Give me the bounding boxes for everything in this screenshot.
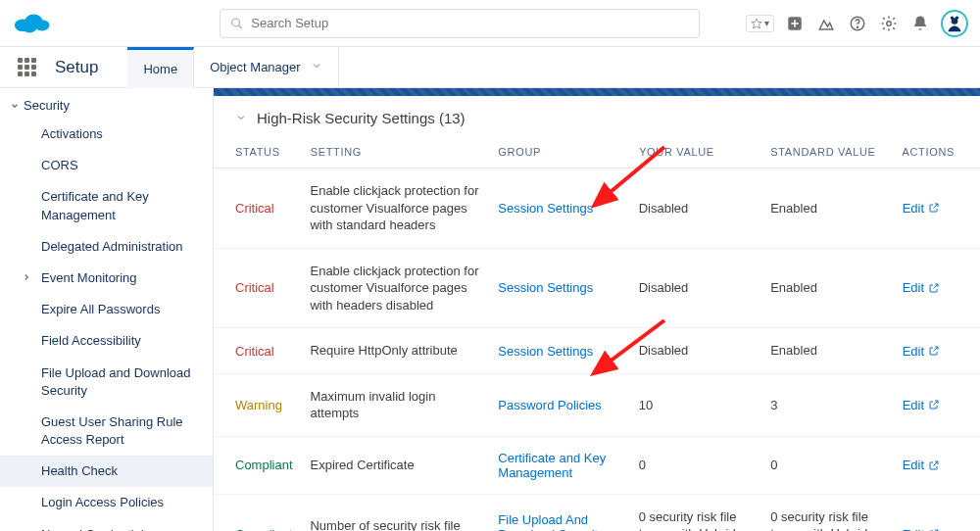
table-row: CriticalEnable clickjack protection for … <box>214 249 980 329</box>
global-search[interactable] <box>220 9 700 38</box>
context-bar: Setup Home Object Manager <box>0 47 980 88</box>
setting-cell: Require HttpOnly attribute <box>310 342 498 360</box>
col-group: GROUP <box>498 146 639 158</box>
setting-cell: Expired Certificate <box>310 457 498 474</box>
sidebar-item[interactable]: Activations <box>0 119 213 150</box>
workspace: Security ActivationsCORSCertificate and … <box>0 88 980 531</box>
status-cell: Critical <box>235 201 310 216</box>
group-link[interactable]: Password Policies <box>498 398 602 412</box>
section-title: High-Risk Security Settings (13) <box>257 110 466 126</box>
col-your: YOUR VALUE <box>639 146 770 158</box>
sidebar-item[interactable]: Event Monitoring <box>0 263 213 294</box>
table-row: CompliantExpired CertificateCertificate … <box>214 437 980 495</box>
svg-point-9 <box>857 26 858 27</box>
sidebar-item[interactable]: Guest User Sharing Rule Access Report <box>0 407 213 456</box>
edit-link[interactable]: Edit <box>903 201 958 216</box>
sidebar-item[interactable]: Field Accessibility <box>0 325 213 357</box>
tree-root-security[interactable]: Security <box>0 92 213 119</box>
chevron-down-icon <box>235 110 247 126</box>
svg-point-4 <box>232 18 240 25</box>
edit-link[interactable]: Edit <box>903 344 958 359</box>
section-header[interactable]: High-Risk Security Settings (13) <box>214 96 980 136</box>
group-link[interactable]: Session Settings <box>498 201 593 216</box>
group-link[interactable]: Certificate and Key Management <box>498 451 606 480</box>
sidebar-item-label: Health Check <box>41 462 118 480</box>
sidebar-item-label: Event Monitoring <box>41 269 137 287</box>
col-actions: ACTIONS <box>903 146 959 158</box>
svg-point-2 <box>34 20 49 30</box>
sidebar-item-label: File Upload and Download Security <box>41 364 205 400</box>
trailhead-icon[interactable] <box>815 13 837 34</box>
chevron-down-icon <box>8 101 22 111</box>
setting-cell: Number of security risk file types with … <box>310 517 498 531</box>
status-cell: Warning <box>235 398 310 412</box>
tree-root-label: Security <box>24 98 70 113</box>
setting-cell: Enable clickjack protection for customer… <box>310 263 498 314</box>
sidebar-item[interactable]: File Upload and Download Security <box>0 358 213 407</box>
group-link[interactable]: Session Settings <box>498 344 593 359</box>
col-std: STANDARD VALUE <box>770 146 902 158</box>
help-icon[interactable] <box>847 13 868 34</box>
standard-value-cell: Enabled <box>770 279 902 297</box>
group-link[interactable]: File Upload And Download Security Settin… <box>498 512 604 531</box>
sidebar-item[interactable]: Expire All Passwords <box>0 294 213 325</box>
your-value-cell: Disabled <box>639 279 770 297</box>
search-icon <box>230 17 243 30</box>
edit-link[interactable]: Edit <box>903 458 958 472</box>
standard-value-cell: 0 <box>770 457 902 474</box>
edit-link[interactable]: Edit <box>903 280 958 295</box>
your-value-cell: 10 <box>639 397 770 414</box>
add-icon[interactable] <box>784 13 806 34</box>
sidebar-item-label: Activations <box>41 125 103 143</box>
svg-point-10 <box>887 21 892 25</box>
status-cell: Critical <box>235 280 310 295</box>
chevron-down-icon <box>311 60 322 74</box>
standard-value-cell: 3 <box>770 397 902 414</box>
setup-tree[interactable]: Security ActivationsCORSCertificate and … <box>0 88 214 531</box>
sidebar-item-label: Certificate and Key Management <box>41 188 205 223</box>
status-cell: Compliant <box>235 527 310 531</box>
gear-icon[interactable] <box>878 13 900 34</box>
sidebar-item-label: CORS <box>41 157 78 174</box>
sidebar-item-label: Guest User Sharing Rule Access Report <box>41 413 205 449</box>
your-value-cell: Disabled <box>639 342 770 360</box>
sidebar-item[interactable]: Delegated Administration <box>0 231 213 263</box>
sidebar-item[interactable]: Certificate and Key Management <box>0 181 213 230</box>
edit-link[interactable]: Edit <box>903 398 958 412</box>
status-cell: Critical <box>235 344 310 359</box>
search-input[interactable] <box>251 16 689 30</box>
setting-cell: Enable clickjack protection for customer… <box>310 182 498 234</box>
your-value-cell: 0 security risk file types with Hybrid b… <box>639 508 770 531</box>
your-value-cell: 0 <box>639 457 770 474</box>
chevron-right-icon <box>22 269 31 287</box>
tab-home[interactable]: Home <box>127 47 194 88</box>
sidebar-item[interactable]: Named Credentials <box>0 519 213 531</box>
group-link[interactable]: Session Settings <box>498 280 593 295</box>
col-status: STATUS <box>235 146 311 158</box>
standard-value-cell: Enabled <box>770 342 902 360</box>
sidebar-item[interactable]: Health Check <box>0 456 213 487</box>
sidebar-item[interactable]: CORS <box>0 150 213 181</box>
svg-point-14 <box>956 16 958 19</box>
sidebar-item[interactable]: Login Access Policies <box>0 487 213 518</box>
app-name: Setup <box>55 58 98 77</box>
status-cell: Compliant <box>235 458 310 472</box>
header-actions: ▾ <box>746 10 968 37</box>
svg-point-13 <box>951 16 954 19</box>
global-header: ▾ <box>0 0 980 47</box>
tab-label: Home <box>143 62 177 76</box>
app-launcher-icon[interactable] <box>18 58 37 77</box>
tab-object-manager[interactable]: Object Manager <box>194 47 339 88</box>
sidebar-item-label: Field Accessibility <box>41 332 141 350</box>
salesforce-logo <box>12 9 53 38</box>
avatar[interactable] <box>941 10 968 37</box>
sidebar-item-label: Expire All Passwords <box>41 301 160 318</box>
your-value-cell: Disabled <box>639 200 770 217</box>
favorites-menu[interactable]: ▾ <box>746 15 774 32</box>
sidebar-item-label: Named Credentials <box>41 526 150 531</box>
sidebar-item-label: Delegated Administration <box>41 238 183 256</box>
bell-icon[interactable] <box>909 13 931 34</box>
table-header: STATUS SETTING GROUP YOUR VALUE STANDARD… <box>214 136 980 169</box>
table-row: CriticalEnable clickjack protection for … <box>214 169 980 249</box>
edit-link[interactable]: Edit <box>903 527 958 531</box>
